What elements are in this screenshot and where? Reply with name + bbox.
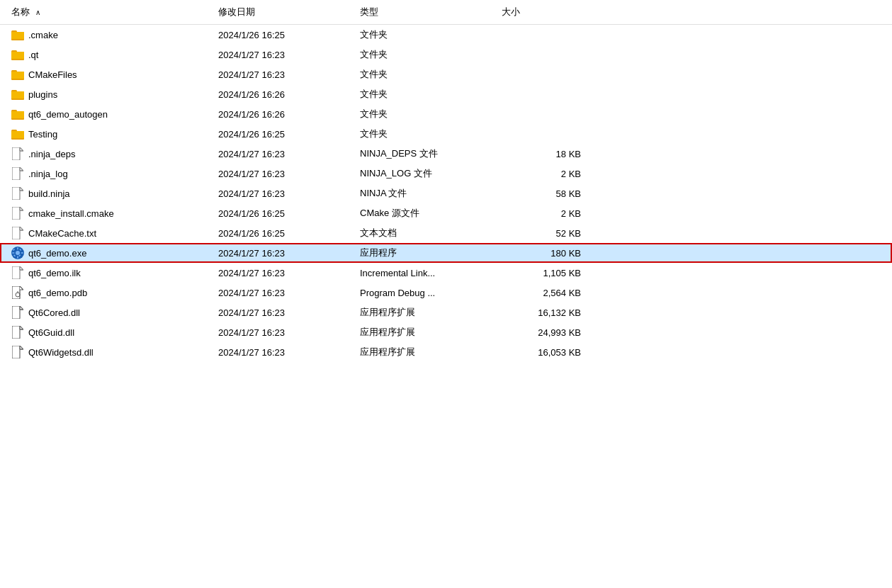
file-name-text: .cmake [28,30,58,40]
file-name-text: Qt6Guid.dll [28,327,74,338]
file-date: 2024/1/27 16:23 [213,167,354,181]
file-size: 52 KB [496,227,602,240]
file-name-text: qt6_demo.pdb [28,288,87,298]
folder-icon [11,48,24,61]
svg-rect-18 [12,147,20,160]
file-name-text: CMakeFiles [28,69,77,80]
file-name-cell: Testing [0,126,213,142]
col-size-label: 大小 [502,6,520,17]
file-name-text: qt6_demo.ilk [28,268,81,278]
file-row[interactable]: Testing2024/1/26 16:25文件夹 [0,124,892,144]
dll-icon [11,346,24,358]
file-size: 18 KB [496,147,602,161]
file-size: 16,053 KB [496,346,602,359]
file-name-cell: Qt6Cored.dll [0,305,213,320]
file-row[interactable]: .cmake2024/1/26 16:25文件夹 [0,25,892,45]
file-row[interactable]: qt6_demo.ilk2024/1/27 16:23Incremental L… [0,263,892,283]
file-type: 应用程序扩展 [354,305,496,320]
file-row[interactable]: qt6_demo_autogen2024/1/26 16:26文件夹 [0,104,892,124]
folder-icon [11,128,24,140]
col-name-header[interactable]: 名称 ∧ [0,3,213,21]
file-size: 24,993 KB [496,326,602,339]
file-icon [11,227,24,239]
file-type: NINJA_LOG 文件 [354,166,496,181]
svg-rect-5 [11,52,24,59]
file-date: 2024/1/26 16:25 [213,128,354,141]
svg-rect-38 [21,252,24,254]
file-name-cell: .cmake [0,27,213,43]
file-row[interactable]: cmake_install.cmake2024/1/26 16:25CMake … [0,203,892,223]
file-date: 2024/1/27 16:23 [213,306,354,320]
file-name-cell: build.ninja [0,186,213,201]
file-row[interactable]: CMakeCache.txt2024/1/26 16:25文本文档52 KB [0,223,892,243]
file-row[interactable]: .ninja_log2024/1/27 16:23NINJA_LOG 文件2 K… [0,164,892,183]
file-name-cell: qt6_demo.pdb [0,285,213,300]
pdb-icon [11,286,24,299]
svg-rect-2 [11,32,24,39]
col-type-header[interactable]: 类型 [354,3,496,21]
file-row[interactable]: qt6_demo.exe2024/1/27 16:23应用程序180 KB [0,243,892,263]
file-type: 文本文档 [354,225,496,241]
file-icon [11,187,24,200]
file-date: 2024/1/27 16:23 [213,326,354,339]
svg-rect-27 [12,207,20,220]
svg-rect-11 [11,91,24,98]
file-name-text: .ninja_deps [28,149,76,159]
svg-point-34 [16,251,20,255]
file-row[interactable]: plugins2024/1/26 16:26文件夹 [0,84,892,104]
table-header: 名称 ∧ 修改日期 类型 大小 [0,0,892,25]
col-date-header[interactable]: 修改日期 [213,3,354,21]
file-type: 应用程序扩展 [354,324,496,340]
file-name-text: Testing [28,129,57,140]
col-size-header[interactable]: 大小 [496,3,602,21]
col-name-label: 名称 [11,6,30,17]
file-row[interactable]: build.ninja2024/1/27 16:23NINJA 文件58 KB [0,183,892,203]
file-row[interactable]: Qt6Widgetsd.dll2024/1/27 16:23应用程序扩展16,0… [0,342,892,362]
file-type: Incremental Link... [354,266,496,280]
file-name-text: qt6_demo_autogen [28,109,108,120]
file-name-text: cmake_install.cmake [28,208,114,219]
svg-rect-35 [17,247,18,250]
svg-rect-43 [12,266,20,279]
file-row[interactable]: qt6_demo.pdb2024/1/27 16:23Program Debug… [0,283,892,303]
file-icon [11,207,24,220]
file-row[interactable]: .ninja_deps2024/1/27 16:23NINJA_DEPS 文件1… [0,144,892,164]
file-type: Program Debug ... [354,286,496,300]
sort-arrow: ∧ [35,9,40,16]
file-date: 2024/1/26 16:26 [213,108,354,121]
file-row[interactable]: CMakeFiles2024/1/27 16:23文件夹 [0,64,892,84]
file-name-cell: .ninja_deps [0,146,213,162]
folder-icon [11,108,24,120]
dll-icon [11,326,24,339]
file-date: 2024/1/27 16:23 [213,286,354,300]
file-date: 2024/1/26 16:25 [213,207,354,220]
file-icon [11,147,24,160]
file-size: 1,105 KB [496,266,602,280]
file-size [496,33,602,36]
file-name-text: .qt [28,50,38,60]
svg-rect-21 [12,167,20,180]
file-name-cell: qt6_demo_autogen [0,106,213,122]
svg-rect-52 [12,326,20,339]
col-type-label: 类型 [360,6,378,17]
file-date: 2024/1/27 16:23 [213,346,354,359]
file-name-text: Qt6Widgetsd.dll [28,347,94,358]
folder-icon [11,68,24,81]
svg-rect-8 [11,72,24,79]
file-row[interactable]: Qt6Cored.dll2024/1/27 16:23应用程序扩展16,132 … [0,303,892,322]
file-size [496,73,602,76]
svg-rect-24 [12,187,20,200]
file-date: 2024/1/27 16:23 [213,247,354,260]
svg-rect-49 [12,306,20,319]
file-icon [11,167,24,180]
file-date: 2024/1/27 16:23 [213,187,354,200]
file-name-text: build.ninja [28,188,70,199]
file-type: 应用程序扩展 [354,344,496,360]
file-row[interactable]: .qt2024/1/27 16:23文件夹 [0,45,892,64]
file-name-cell: .ninja_log [0,166,213,181]
file-date: 2024/1/26 16:26 [213,88,354,101]
file-row[interactable]: Qt6Guid.dll2024/1/27 16:23应用程序扩展24,993 K… [0,322,892,342]
file-type: 应用程序 [354,245,496,261]
file-name-cell: cmake_install.cmake [0,205,213,221]
svg-rect-55 [12,346,20,358]
